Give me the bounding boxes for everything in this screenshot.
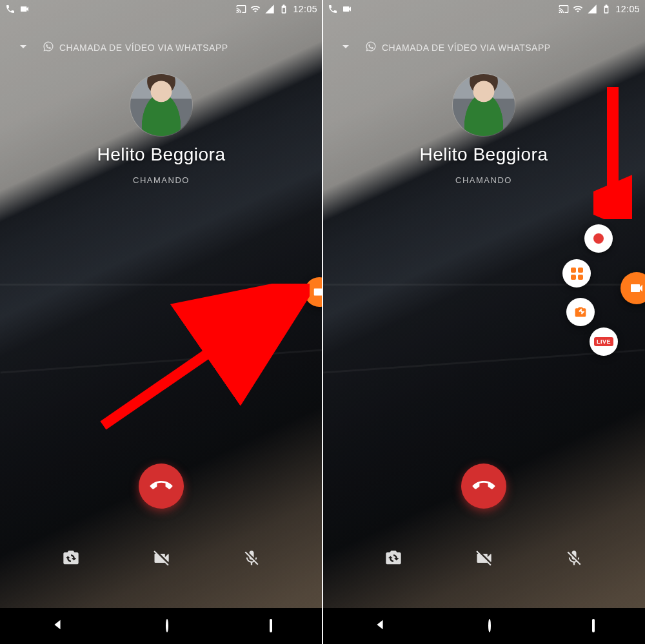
switch-camera-button[interactable] — [384, 549, 402, 570]
call-type-label: CHAMADA DE VÍDEO VIA WHATSAPP — [59, 43, 228, 53]
apps-icon — [571, 268, 583, 280]
videocam-icon — [19, 4, 30, 14]
wifi-icon — [573, 4, 583, 14]
phone-screenshot-left: 12:05 CHAMADA DE VÍDEO VIA WHATSAPP Heli… — [0, 0, 322, 644]
android-nav-bar — [322, 608, 645, 644]
call-status: CHAMANDO — [322, 175, 645, 185]
status-time: 12:05 — [293, 4, 317, 14]
video-off-button[interactable] — [152, 549, 170, 570]
status-bar: 12:05 — [0, 0, 322, 18]
android-nav-bar — [0, 608, 322, 644]
recorder-live-button[interactable]: LIVE — [590, 327, 618, 356]
video-off-button[interactable] — [475, 549, 493, 570]
contact-name: Helito Beggiora — [0, 144, 322, 165]
whatsapp-icon — [43, 41, 54, 54]
status-bar: 12:05 — [322, 0, 645, 18]
minimize-chevron[interactable] — [15, 39, 31, 56]
contact-avatar — [453, 74, 515, 136]
signal-icon — [587, 4, 597, 14]
call-header: CHAMADA DE VÍDEO VIA WHATSAPP — [322, 39, 645, 56]
call-type-label: CHAMADA DE VÍDEO VIA WHATSAPP — [382, 43, 551, 53]
battery-icon — [601, 4, 611, 14]
hangup-button[interactable] — [461, 463, 506, 509]
minimize-chevron[interactable] — [338, 39, 353, 56]
tools-icon — [574, 306, 587, 318]
phone-icon — [5, 4, 15, 14]
record-icon — [593, 233, 604, 244]
recorder-main-button[interactable] — [620, 272, 645, 304]
mic-off-button[interactable] — [243, 549, 261, 570]
nav-home-button[interactable] — [166, 620, 168, 632]
wifi-icon — [250, 4, 261, 14]
screen-recorder-menu: LIVE — [557, 213, 641, 355]
nav-recent-button[interactable] — [592, 620, 595, 632]
contact-name: Helito Beggiora — [322, 144, 645, 165]
nav-back-button[interactable] — [373, 618, 387, 634]
recorder-tools-button[interactable] — [566, 298, 595, 326]
phone-hangup-icon — [146, 471, 177, 502]
battery-icon — [279, 4, 289, 14]
nav-recent-button[interactable] — [270, 620, 272, 632]
cast-icon — [559, 4, 569, 14]
call-controls-row — [322, 549, 645, 570]
videocam-icon — [312, 285, 322, 299]
videocam-icon — [342, 4, 352, 14]
status-time: 12:05 — [615, 4, 640, 14]
phone-screenshot-right: 12:05 CHAMADA DE VÍDEO VIA WHATSAPP Heli… — [322, 0, 645, 644]
switch-camera-button[interactable] — [62, 549, 80, 570]
nav-back-button[interactable] — [50, 618, 64, 634]
call-status: CHAMANDO — [0, 175, 322, 185]
call-controls-row — [0, 549, 322, 570]
signal-icon — [264, 4, 275, 14]
videocam-icon — [629, 280, 644, 296]
screenshot-divider — [322, 0, 323, 644]
nav-home-button[interactable] — [488, 620, 491, 632]
phone-hangup-icon — [468, 471, 499, 502]
contact-avatar — [130, 74, 192, 136]
recorder-record-button[interactable] — [584, 224, 613, 253]
whatsapp-icon — [365, 41, 377, 54]
phone-icon — [328, 4, 338, 14]
call-header: CHAMADA DE VÍDEO VIA WHATSAPP — [0, 39, 322, 56]
recorder-apps-button[interactable] — [562, 259, 591, 288]
mic-off-button[interactable] — [565, 549, 583, 570]
cast-icon — [236, 4, 246, 14]
live-badge: LIVE — [594, 337, 613, 346]
hangup-button[interactable] — [139, 463, 184, 509]
